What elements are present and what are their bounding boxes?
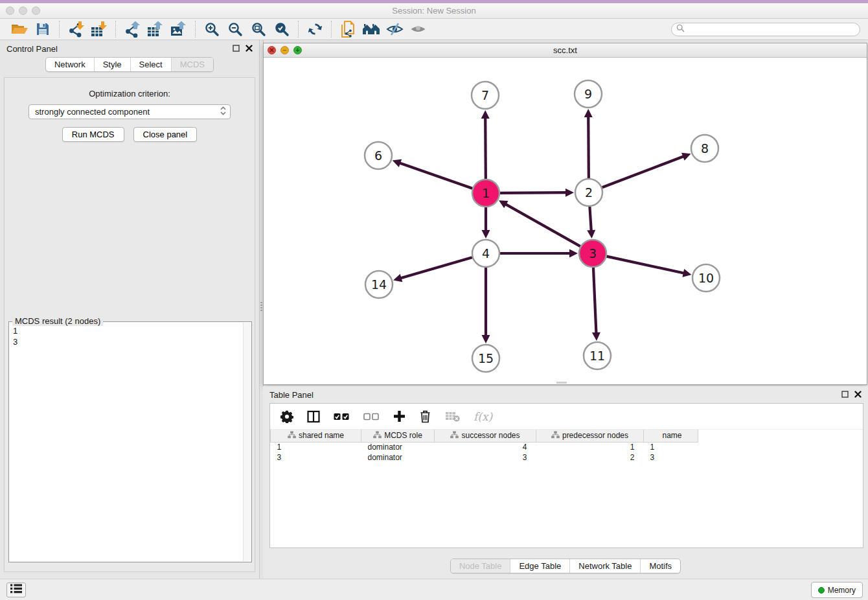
search-box[interactable] <box>671 23 860 36</box>
zoom-selected-button[interactable] <box>270 19 293 39</box>
first-neighbors-button[interactable] <box>360 19 383 39</box>
graph-node-label-3: 3 <box>589 246 597 260</box>
table-cell: 3 <box>435 452 536 463</box>
show-all-button[interactable] <box>406 19 429 39</box>
zoom-fit-button[interactable] <box>247 19 270 39</box>
graph-node-label-15: 15 <box>478 351 494 365</box>
graph-node-label-14: 14 <box>371 277 387 292</box>
graph-node-label-9: 9 <box>584 87 592 101</box>
close-panel-button[interactable]: Close panel <box>133 127 198 142</box>
close-table-panel-icon[interactable] <box>854 389 862 400</box>
export-table-button[interactable] <box>144 19 167 39</box>
table-cell: dominator <box>361 452 435 463</box>
graph-edge-3-1[interactable] <box>505 204 580 247</box>
result-scrollbar[interactable] <box>243 323 251 561</box>
zoom-in-button[interactable] <box>200 19 223 39</box>
main-toolbar <box>0 19 868 40</box>
minimize-window-button[interactable] <box>19 6 27 15</box>
table-cell: 3 <box>271 452 361 463</box>
tab-node-table[interactable]: Node Table <box>451 559 510 573</box>
hide-selected-button[interactable] <box>383 19 406 39</box>
import-table-button[interactable] <box>87 19 111 39</box>
graph-edge-2-9[interactable] <box>588 116 589 178</box>
graph-arrowhead-4-14 <box>393 274 402 282</box>
tab-network-table[interactable]: Network Table <box>569 559 640 573</box>
tab-edge-table[interactable]: Edge Table <box>510 559 569 573</box>
export-image-button[interactable] <box>167 19 190 39</box>
tab-mcds[interactable]: MCDS <box>171 58 213 71</box>
column-header-name[interactable]: name <box>644 430 698 442</box>
close-window-button[interactable] <box>6 6 14 15</box>
table-panel-tabs: Node TableEdge TableNetwork TableMotifs <box>450 559 681 573</box>
memory-button[interactable]: Memory <box>811 582 863 598</box>
graph-edge-2-3[interactable] <box>589 207 591 231</box>
graph-edge-1-2[interactable] <box>500 192 567 193</box>
tab-motifs[interactable]: Motifs <box>640 559 680 573</box>
import-network-button[interactable] <box>64 19 87 39</box>
graph-edge-2-8[interactable] <box>602 156 685 187</box>
tab-select[interactable]: Select <box>130 58 171 71</box>
zoom-out-button[interactable] <box>223 19 247 39</box>
criterion-selected-value: strongly connected component <box>35 107 150 117</box>
network-window-titlebar[interactable]: ✕ − + scc.txt <box>264 43 867 58</box>
refresh-button[interactable] <box>303 19 326 39</box>
panel-list-button[interactable] <box>6 583 26 597</box>
window-titlebar: Session: New Session <box>0 3 868 19</box>
table-panel-title: Table Panel <box>269 390 314 400</box>
graph-node-label-4: 4 <box>482 246 490 260</box>
graph-arrowhead-1-4 <box>482 230 490 238</box>
mcds-result-list: 13 <box>9 322 251 351</box>
export-network-button[interactable] <box>120 19 144 39</box>
network-close-button[interactable]: ✕ <box>268 46 276 54</box>
network-scroll-grip[interactable] <box>556 382 567 384</box>
split-column-button[interactable] <box>307 410 320 423</box>
save-session-button[interactable] <box>31 19 54 39</box>
tab-network[interactable]: Network <box>46 58 94 71</box>
tab-style[interactable]: Style <box>94 58 130 71</box>
function-builder-button: f(x) <box>474 410 492 423</box>
graph-edge-3-11[interactable] <box>593 268 597 334</box>
toolbar-separator <box>298 21 299 38</box>
add-column-button[interactable] <box>393 410 405 422</box>
control-panel: Control Panel NetworkStyleSelectMCDS Opt… <box>0 40 259 579</box>
open-file-button[interactable] <box>8 19 31 39</box>
memory-label: Memory <box>828 586 856 595</box>
zoom-window-button[interactable] <box>32 6 40 15</box>
toolbar-separator <box>331 21 332 38</box>
graph-edge-3-10[interactable] <box>606 257 684 273</box>
node-table: shared nameMCDS rolesuccessor nodesprede… <box>270 430 698 463</box>
graph-node-label-7: 7 <box>481 88 489 102</box>
network-from-clipboard-button[interactable] <box>336 19 360 39</box>
mcds-result-item: 3 <box>13 336 247 347</box>
float-table-panel-icon[interactable] <box>841 389 849 400</box>
graph-arrowhead-3-10 <box>682 269 691 277</box>
float-panel-icon[interactable] <box>233 43 240 54</box>
table-row[interactable]: 3dominator323 <box>271 452 698 463</box>
graph-edge-4-14[interactable] <box>400 257 472 278</box>
table-cell: dominator <box>361 442 435 452</box>
column-header-predecessor-nodes[interactable]: predecessor nodes <box>536 430 644 442</box>
mcds-result-title: MCDS result (2 nodes) <box>12 316 103 326</box>
gear-button[interactable] <box>280 410 293 423</box>
graph-arrowhead-1-2 <box>565 189 574 197</box>
graph-arrowhead-2-9 <box>584 109 593 117</box>
graph-edge-1-7[interactable] <box>485 117 486 179</box>
run-mcds-button[interactable]: Run MCDS <box>62 127 124 142</box>
graph-edge-1-6[interactable] <box>399 163 472 189</box>
column-header-shared-name[interactable]: shared name <box>271 430 361 442</box>
column-header-MCDS-role[interactable]: MCDS role <box>361 430 435 442</box>
network-minimize-button[interactable]: − <box>280 46 289 54</box>
table-cell: 4 <box>435 442 536 452</box>
criterion-select[interactable]: strongly connected component <box>29 104 231 119</box>
graph-node-label-11: 11 <box>589 349 605 363</box>
select-all-checks-button[interactable] <box>334 413 350 421</box>
column-header-successor-nodes[interactable]: successor nodes <box>435 430 536 442</box>
search-input[interactable] <box>687 24 860 35</box>
deselect-all-checks-button[interactable] <box>363 413 380 421</box>
close-panel-icon[interactable] <box>246 43 253 54</box>
network-zoom-button[interactable]: + <box>293 46 302 54</box>
network-canvas[interactable]: 7968124314101511 <box>264 58 867 384</box>
control-panel-tabs: NetworkStyleSelectMCDS <box>45 57 214 72</box>
table-row[interactable]: 1dominator411 <box>271 442 698 452</box>
delete-column-button[interactable] <box>419 410 431 423</box>
